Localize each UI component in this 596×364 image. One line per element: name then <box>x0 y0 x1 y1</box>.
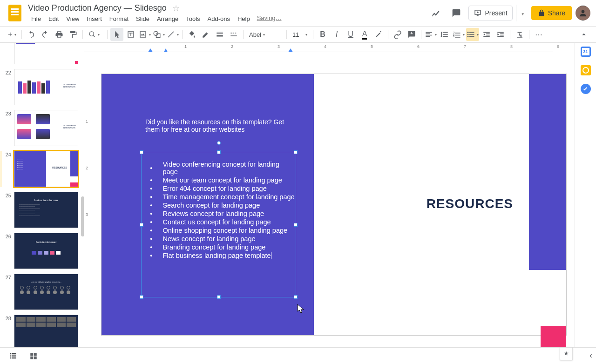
clear-formatting-button[interactable] <box>513 28 526 41</box>
zoom-dropdown[interactable]: ▾ <box>86 28 104 41</box>
thumb-24[interactable]: 24 RESOURCES ▪ ─────▪ ─────▪ ─────▪ ────… <box>2 151 82 187</box>
menu-tools[interactable]: Tools <box>183 14 203 23</box>
thumb-25[interactable]: 25 Instructions for use─────────────────… <box>2 192 82 228</box>
list-item[interactable]: Video conferencing concept for landing p… <box>150 161 296 175</box>
underline-button[interactable]: U <box>344 28 357 41</box>
paint-format-button[interactable] <box>67 28 80 41</box>
shape-tool[interactable]: ▾ <box>152 28 165 41</box>
menu-help[interactable]: Help <box>234 14 253 23</box>
share-button[interactable]: Share <box>531 6 572 20</box>
resize-handle-s[interactable] <box>217 295 221 299</box>
comment-button[interactable] <box>405 28 418 41</box>
font-dropdown[interactable]: Abel▾ <box>246 28 284 41</box>
increase-indent-button[interactable] <box>494 28 507 41</box>
thumb-28[interactable]: 28 <box>2 315 82 351</box>
thumb-21[interactable] <box>2 43 82 64</box>
bulleted-list-button[interactable]: ▾ <box>466 28 479 41</box>
expand-side-panel-button[interactable]: ‹ <box>589 351 592 360</box>
explore-button[interactable] <box>560 347 573 360</box>
textbox-tool[interactable] <box>124 28 137 41</box>
border-dash-button[interactable] <box>227 28 240 41</box>
svg-rect-2 <box>156 34 160 38</box>
slide[interactable]: RESOURCES Did you like the resources on … <box>102 74 566 335</box>
text-color-button[interactable]: A <box>358 28 371 41</box>
thumb-23[interactable]: 23 ALTERNATIVERESOURCES <box>2 110 82 146</box>
indent-marker-left-icon[interactable] <box>148 48 153 52</box>
link-button[interactable] <box>391 28 404 41</box>
menu-format[interactable]: Format <box>106 14 132 23</box>
document-title[interactable]: Video Production Agency — Slidesgo <box>28 3 167 13</box>
more-button[interactable]: ⋯ <box>532 28 545 41</box>
filmstrip[interactable]: 22 ALTERNATIVERESOURCES 23 ALTERNATIVERE… <box>0 43 84 364</box>
list-item[interactable]: Online shopping concept for landing page <box>150 227 296 234</box>
align-button[interactable]: ▾ <box>424 28 437 41</box>
slide-intro-text[interactable]: Did you like the resources on this templ… <box>145 118 299 133</box>
resize-handle-nw[interactable] <box>140 150 143 154</box>
print-button[interactable] <box>53 28 66 41</box>
app-logo[interactable] <box>6 4 24 22</box>
list-item[interactable]: Meet our team concept for landing page <box>150 176 296 184</box>
resize-handle-n[interactable] <box>217 150 221 154</box>
highlight-button[interactable] <box>372 28 385 41</box>
list-item[interactable]: Error 404 concept for landing page <box>150 185 296 192</box>
comments-icon[interactable] <box>448 5 465 21</box>
keep-icon[interactable] <box>581 65 591 75</box>
menu-view[interactable]: View <box>63 14 82 23</box>
resize-handle-sw[interactable] <box>140 295 143 299</box>
present-button[interactable]: Present <box>468 6 512 20</box>
numbered-list-button[interactable]: ▾ <box>452 28 465 41</box>
filmstrip-view-button[interactable] <box>6 350 20 363</box>
avatar[interactable] <box>576 6 590 20</box>
collapse-toolbar-button[interactable] <box>577 28 590 41</box>
menu-file[interactable]: File <box>28 14 44 23</box>
new-slide-button[interactable]: +▾ <box>6 28 19 41</box>
menu-insert[interactable]: Insert <box>83 14 105 23</box>
font-size-dropdown[interactable]: 11▾ <box>290 28 310 41</box>
italic-button[interactable]: I <box>330 28 343 41</box>
svg-rect-6 <box>10 353 11 354</box>
canvas[interactable]: 1 2 3 4 5 6 7 8 9 1 2 3 RESOURCES Did yo… <box>84 43 575 364</box>
thumb-22[interactable]: 22 ALTERNATIVERESOURCES <box>2 69 82 105</box>
indent-marker-first-icon[interactable] <box>164 48 168 52</box>
resize-handle-e[interactable] <box>294 223 298 227</box>
list-item[interactable]: Time management concept for landing page <box>150 193 296 201</box>
line-tool[interactable]: ▾ <box>166 28 179 41</box>
list-item[interactable]: Branding concept for landing page <box>150 243 296 251</box>
border-color-button[interactable] <box>199 28 212 41</box>
decrease-indent-button[interactable] <box>480 28 493 41</box>
resize-handle-w[interactable] <box>140 223 143 227</box>
grid-view-button[interactable] <box>26 350 41 363</box>
analytics-icon[interactable] <box>427 5 444 21</box>
bullet-list[interactable]: Video conferencing concept for landing p… <box>142 152 296 259</box>
line-spacing-button[interactable] <box>438 28 451 41</box>
menu-addons[interactable]: Add-ons <box>204 14 233 23</box>
resize-handle-ne[interactable] <box>294 150 298 154</box>
fill-color-button[interactable] <box>185 28 198 41</box>
menu-arrange[interactable]: Arrange <box>154 14 182 23</box>
present-dropdown[interactable]: ▼ <box>516 5 528 21</box>
bold-button[interactable]: B <box>316 28 329 41</box>
resize-handle-se[interactable] <box>294 295 298 299</box>
slide-title[interactable]: RESOURCES <box>427 196 513 211</box>
list-item[interactable]: News concept for landing page <box>150 235 296 243</box>
thumb-26[interactable]: 26 Fonts & colors used <box>2 233 82 269</box>
undo-button[interactable] <box>25 28 38 41</box>
menu-slide[interactable]: Slide <box>133 14 153 23</box>
calendar-icon[interactable]: 31 <box>581 47 591 57</box>
list-item[interactable]: Search concept for landing page <box>150 202 296 209</box>
image-tool[interactable]: ▾ <box>138 28 151 41</box>
indent-marker-right-icon[interactable] <box>288 48 293 52</box>
redo-button[interactable] <box>39 28 52 41</box>
svg-rect-7 <box>10 355 11 356</box>
list-item[interactable]: Flat business landing page template <box>150 252 296 259</box>
select-tool[interactable] <box>110 28 123 41</box>
tasks-icon[interactable] <box>581 84 591 94</box>
thumb-27[interactable]: 27 Use our editable graphic resources... <box>2 274 82 310</box>
list-item[interactable]: Reviews concept for landing page <box>150 210 296 217</box>
list-item[interactable]: Contact us concept for landing page <box>150 218 296 226</box>
star-icon[interactable]: ☆ <box>172 3 180 13</box>
selected-textbox[interactable]: Video conferencing concept for landing p… <box>141 152 296 297</box>
border-weight-button[interactable] <box>213 28 226 41</box>
rotate-handle[interactable] <box>217 141 221 145</box>
menu-edit[interactable]: Edit <box>45 14 62 23</box>
